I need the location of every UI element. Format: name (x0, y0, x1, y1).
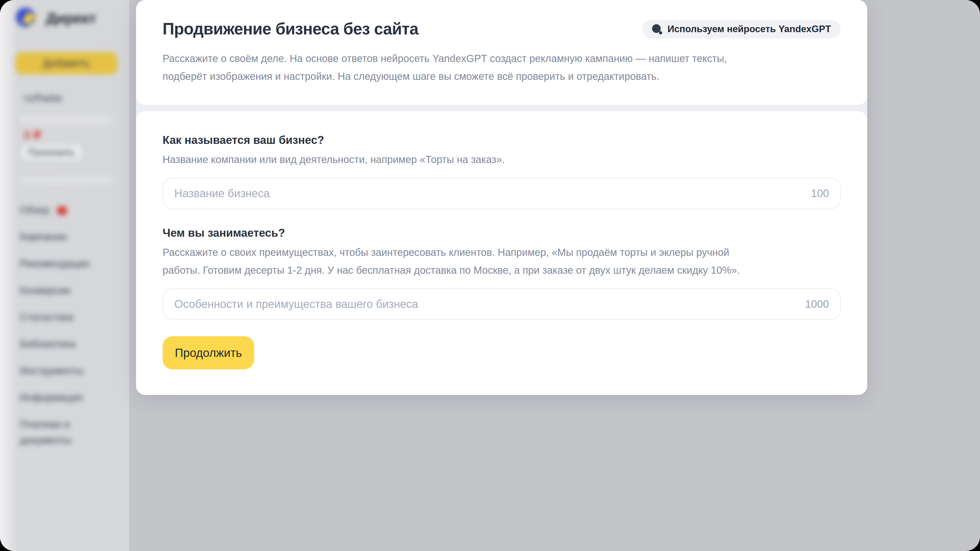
sidebar-item-label: Обзор (20, 204, 49, 216)
sidebar: Директ Добавить nzRadar 0 ₽ Пополнить Об… (0, 0, 129, 551)
campaign-wizard-modal: Продвижение бизнеса без сайта Используем… (136, 0, 867, 395)
sidebar-item-statistics[interactable]: Статистика (20, 311, 89, 323)
yandexgpt-badge: Используем нейросеть YandexGPT (642, 20, 841, 38)
sidebar-item-conversions[interactable]: Конверсии (20, 284, 89, 296)
business-name-question: Как называется ваш бизнес? Название комп… (162, 134, 841, 209)
business-activity-input-wrap: 1000 (162, 288, 841, 320)
business-activity-hint-line2: работы. Готовим десерты 1-2 дня. У нас б… (162, 261, 841, 279)
brand-logo[interactable]: Директ (15, 6, 96, 29)
business-activity-question: Чем вы занимаетесь? Расскажите о своих п… (162, 227, 841, 320)
business-name-hint: Название компании или вид деятельности, … (162, 151, 841, 168)
business-activity-input[interactable] (162, 288, 841, 320)
continue-button[interactable]: Продолжить (162, 336, 254, 369)
sidebar-item-payments[interactable]: Платежи и документы (20, 416, 86, 448)
wizard-description: Расскажите о своём деле. На основе ответ… (162, 49, 841, 85)
sidebar-item-overview[interactable]: Обзор (20, 204, 89, 216)
sidebar-item-library[interactable]: Библиотека (20, 338, 89, 350)
sidebar-username[interactable]: nzRadar (24, 92, 62, 104)
char-counter: 100 (811, 187, 829, 200)
sidebar-item-recommendations[interactable]: Рекомендации (20, 258, 89, 269)
wizard-form-card: Как называется ваш бизнес? Название комп… (136, 111, 867, 395)
page-title: Продвижение бизнеса без сайта (162, 19, 418, 38)
wizard-header-card: Продвижение бизнеса без сайта Используем… (136, 0, 867, 105)
business-activity-hint-line1: Расскажите о своих преимуществах, чтобы … (162, 243, 841, 261)
sidebar-divider (19, 176, 113, 185)
yandexgpt-icon (652, 24, 662, 34)
brand-name: Директ (46, 10, 96, 27)
wizard-description-line1: Расскажите о своём деле. На основе ответ… (162, 49, 841, 67)
business-name-input-wrap: 100 (162, 178, 841, 209)
business-activity-hint: Расскажите о своих преимуществах, чтобы … (162, 243, 841, 279)
sidebar-divider (19, 115, 113, 124)
alert-badge (57, 206, 67, 215)
char-counter: 1000 (805, 298, 829, 310)
add-campaign-button[interactable]: Добавить (15, 52, 118, 75)
account-balance: 0 ₽ (24, 129, 41, 141)
topup-button[interactable]: Пополнить (21, 144, 82, 161)
wizard-description-line2: подберёт изображения и настройки. На сле… (162, 67, 841, 85)
app-screen: Директ Добавить nzRadar 0 ₽ Пополнить Об… (0, 0, 980, 551)
business-name-input[interactable] (162, 178, 841, 209)
sidebar-menu: Обзор Кампании Рекомендации Конверсии Ст… (20, 204, 89, 463)
sidebar-item-tools[interactable]: Инструменты (20, 365, 89, 376)
business-activity-label: Чем вы занимаетесь? (162, 227, 841, 239)
yandexgpt-badge-label: Используем нейросеть YandexGPT (667, 24, 831, 35)
yandex-direct-logo-icon (15, 6, 41, 29)
business-name-label: Как называется ваш бизнес? (162, 134, 841, 146)
sidebar-blurred-content: Директ Добавить nzRadar 0 ₽ Пополнить Об… (0, 0, 129, 551)
sidebar-item-campaigns[interactable]: Кампании (20, 231, 89, 243)
sidebar-item-information[interactable]: Информация (20, 392, 89, 403)
